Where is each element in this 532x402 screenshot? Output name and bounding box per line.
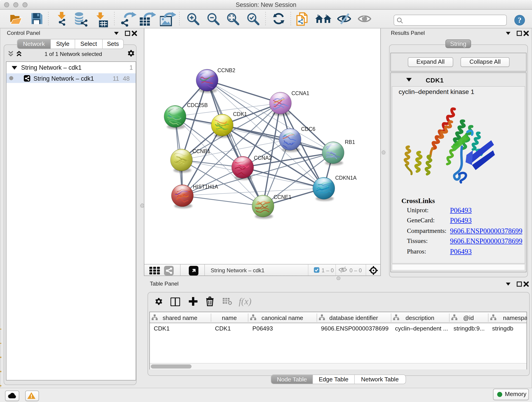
- svg-text:CCNA2: CCNA2: [254, 155, 272, 161]
- svg-text:CCNB2: CCNB2: [217, 67, 235, 73]
- svg-text:RB1: RB1: [345, 139, 355, 145]
- svg-text:CCNB1: CCNB1: [192, 148, 210, 154]
- svg-text:?: ?: [518, 16, 522, 24]
- svg-text:CCNE1: CCNE1: [273, 194, 291, 200]
- svg-text:CDK1: CDK1: [233, 111, 247, 117]
- svg-text:CDC6: CDC6: [301, 126, 316, 132]
- svg-text:CCNA1: CCNA1: [291, 90, 309, 96]
- svg-text:CDKN1A: CDKN1A: [335, 175, 357, 181]
- svg-text:HIST1H1A: HIST1H1A: [193, 184, 218, 190]
- svg-text:CDC25B: CDC25B: [187, 102, 208, 108]
